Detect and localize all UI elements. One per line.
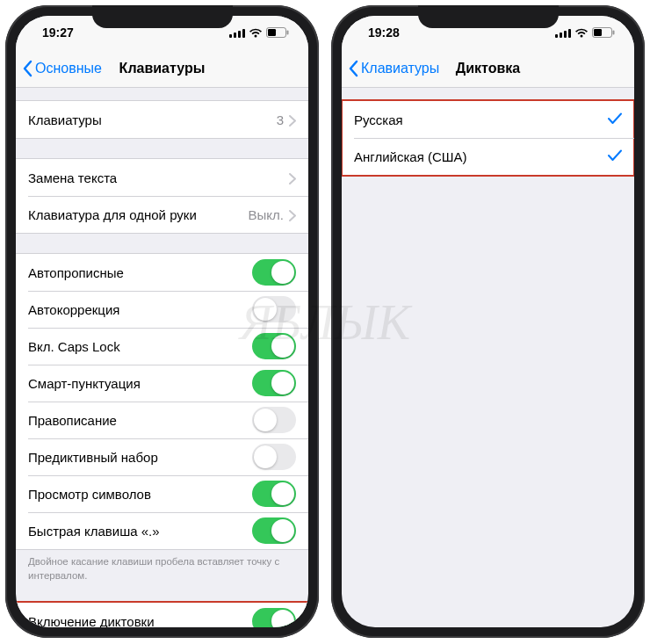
chevron-right-icon [289,172,296,184]
row-quick-period: Быстрая клавиша «.» [16,512,308,549]
status-time: 19:28 [368,25,400,40]
back-button[interactable]: Основные [23,60,102,77]
check-icon [608,148,622,166]
toggle-char-preview[interactable] [252,481,296,507]
row-keyboards[interactable]: Клавиатуры 3 [16,101,308,138]
row-label: Просмотр символов [28,487,252,502]
notch [92,5,233,28]
wifi-icon [249,28,263,38]
status-right [555,27,615,38]
svg-rect-9 [564,31,567,38]
row-auto-caps: Автопрописные [16,254,308,291]
row-label: Вкл. Caps Lock [28,339,252,354]
toggle-predictive[interactable] [252,444,296,470]
row-smart-punct: Смарт-пунктуация [16,365,308,402]
chevron-right-icon [289,209,296,221]
toggle-auto-caps[interactable] [252,259,296,286]
notch [418,5,559,28]
phone-left: 19:27 Основные Клавиатуры Клавиатуры 3 [5,5,319,638]
signal-icon [229,28,245,38]
row-value: 3 [277,112,284,127]
group-keyboards: Клавиатуры 3 [16,100,308,139]
back-label: Основные [35,61,102,76]
chevron-left-icon [349,60,359,77]
svg-rect-13 [613,31,615,35]
screen-left: 19:27 Основные Клавиатуры Клавиатуры 3 [16,16,308,627]
toggle-caps-lock[interactable] [252,333,296,359]
row-spelling: Правописание [16,402,308,438]
toggle-quick-period[interactable] [252,517,296,544]
svg-rect-8 [560,33,562,38]
row-predictive: Предиктивный набор [16,438,308,475]
chevron-left-icon [23,60,33,77]
row-label: Автокоррекция [28,302,252,317]
row-caps-lock: Вкл. Caps Lock [16,328,308,365]
row-enable-dictation: Включение диктовки [16,603,308,627]
nav-bar: Основные Клавиатуры [16,49,308,88]
row-label: Клавиатуры [28,112,277,127]
check-icon [608,111,622,129]
svg-rect-0 [229,34,232,38]
back-button[interactable]: Клавиатуры [349,60,439,77]
screen-right: 19:28 Клавиатуры Диктовка Русская [342,16,634,627]
row-text-replace[interactable]: Замена текста [16,159,308,196]
settings-content[interactable]: Клавиатуры 3 Замена текста Клавиатура дл… [16,88,308,627]
group-footer: Двойное касание клавиши пробела вставляе… [16,550,308,582]
row-label: Быстрая клавиша «.» [28,524,252,539]
toggle-smart-punct[interactable] [252,370,296,396]
row-char-preview: Просмотр символов [16,475,308,512]
row-value: Выкл. [249,207,284,222]
svg-rect-12 [594,29,602,36]
group-dictation: Включение диктовки Диктовка [16,602,308,627]
nav-title: Диктовка [456,61,520,76]
row-russian[interactable]: Русская [342,101,634,138]
svg-rect-6 [287,31,289,35]
row-label: Предиктивный набор [28,450,252,465]
nav-title: Клавиатуры [119,61,206,76]
row-one-hand[interactable]: Клавиатура для одной руки Выкл. [16,196,308,233]
row-auto-correct: Автокоррекция [16,291,308,328]
row-english[interactable]: Английская (США) [342,138,634,175]
toggle-auto-correct[interactable] [252,296,296,322]
row-label: Включение диктовки [28,614,252,627]
row-label: Замена текста [28,170,289,185]
row-label: Русская [354,112,608,127]
status-right [229,27,289,38]
row-label: Смарт-пунктуация [28,376,252,391]
group-toggles: Автопрописные Автокоррекция Вкл. Caps Lo… [16,253,308,550]
row-label: Правописание [28,413,252,428]
nav-bar: Клавиатуры Диктовка [342,49,634,88]
toggle-enable-dictation[interactable] [252,608,296,627]
back-label: Клавиатуры [361,61,439,76]
signal-icon [555,28,571,38]
group-languages: Русская Английская (США) [342,100,634,176]
phone-right: 19:28 Клавиатуры Диктовка Русская [331,5,645,638]
svg-rect-7 [555,34,558,38]
row-label: Автопрописные [28,265,252,280]
status-time: 19:27 [42,25,74,40]
svg-rect-2 [238,31,241,38]
row-label: Клавиатура для одной руки [28,207,249,222]
battery-icon [266,27,289,38]
dictation-content[interactable]: Русская Английская (США) [342,88,634,627]
chevron-right-icon [289,114,296,126]
toggle-spelling[interactable] [252,407,296,433]
wifi-icon [574,28,589,38]
battery-icon [592,27,615,38]
row-label: Английская (США) [354,149,608,164]
svg-rect-10 [568,29,571,38]
svg-rect-5 [268,29,276,36]
svg-rect-3 [242,29,245,38]
group-text: Замена текста Клавиатура для одной руки … [16,158,308,234]
svg-rect-1 [234,33,236,38]
